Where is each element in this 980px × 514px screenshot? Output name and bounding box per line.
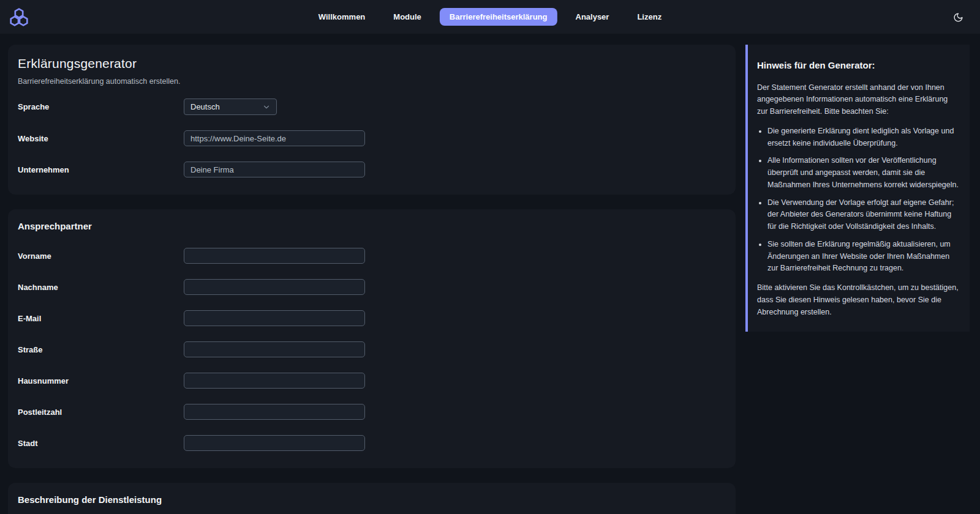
form-row-sprache: SpracheDeutsch (18, 99, 726, 115)
sprache-select[interactable]: Deutsch (184, 99, 277, 115)
form-row-hausnummer: Hausnummer (18, 373, 726, 389)
note-bullet: Die generierte Erklärung dient lediglich… (767, 125, 959, 150)
generator-card: Erklärungsgenerator Barrierefreiheitserk… (8, 45, 736, 195)
field-label-email: E-Mail (18, 314, 184, 323)
form-row-nachname: Nachname (18, 279, 726, 295)
field-label-stadt: Stadt (18, 439, 184, 448)
nav-item-analyser[interactable]: Analyser (565, 8, 619, 26)
field-label-strasse: Straße (18, 345, 184, 354)
form-row-strasse: Straße (18, 341, 726, 357)
unternehmen-input[interactable] (184, 162, 365, 177)
theme-toggle-button[interactable] (949, 9, 967, 26)
note-bullet: Alle Informationen sollten vor der Veröf… (767, 155, 959, 191)
note-panel: Hinweis für den Generator: Der Statement… (745, 45, 970, 332)
select-value: Deutsch (190, 102, 220, 111)
app-logo[interactable] (7, 5, 31, 29)
field-label-sprache: Sprache (18, 102, 184, 111)
note-bullet: Sie sollten die Erklärung regelmäßig akt… (767, 239, 959, 275)
service-card: Beschreibung der Dienstleistung Die Besc… (8, 483, 736, 514)
form-row-vorname: Vorname (18, 248, 726, 264)
hexagons-logo-icon (7, 5, 31, 29)
stadt-input[interactable] (184, 435, 365, 451)
generator-form: SpracheDeutschWebsiteUnternehmen (18, 99, 726, 177)
note-bullet: Die Verwendung der Vorlage erfolgt auf e… (767, 197, 959, 233)
note-footer: Bitte aktivieren Sie das Kontrollkästche… (757, 282, 959, 318)
service-section-title: Beschreibung der Dienstleistung (18, 494, 726, 505)
form-row-email: E-Mail (18, 310, 726, 326)
main-column: Erklärungsgenerator Barrierefreiheitserk… (8, 45, 736, 514)
form-row-postleitzahl: Postleitzahl (18, 404, 726, 420)
form-row-website: Website (18, 130, 726, 146)
note-title: Hinweis für den Generator: (757, 58, 959, 73)
field-label-nachname: Nachname (18, 283, 184, 292)
vorname-input[interactable] (184, 248, 365, 264)
chevron-down-icon (262, 103, 271, 111)
field-label-hausnummer: Hausnummer (18, 376, 184, 386)
page-subtitle: Barrierefreiheitserklärung automatisch e… (18, 77, 726, 86)
top-nav: WillkommenModuleBarrierefreiheitserkläru… (0, 0, 980, 34)
field-label-postleitzahl: Postleitzahl (18, 408, 184, 417)
field-label-vorname: Vorname (18, 251, 184, 261)
field-label-unternehmen: Unternehmen (18, 165, 184, 174)
contact-card: Ansprechpartner VornameNachnameE-MailStr… (8, 209, 736, 468)
website-input[interactable] (184, 130, 365, 146)
field-label-website: Website (18, 134, 184, 143)
note-bullet-list: Die generierte Erklärung dient lediglich… (757, 125, 959, 275)
page-title: Erklärungsgenerator (18, 56, 726, 71)
nav-item-barrierefreiheitserklaerung[interactable]: Barrierefreiheitserklärung (440, 8, 557, 26)
postleitzahl-input[interactable] (184, 404, 365, 420)
form-row-unternehmen: Unternehmen (18, 162, 726, 177)
page-content: Erklärungsgenerator Barrierefreiheitserk… (0, 34, 980, 514)
nav-item-willkommen[interactable]: Willkommen (309, 8, 375, 26)
nav-links: WillkommenModuleBarrierefreiheitserkläru… (309, 8, 671, 26)
hausnummer-input[interactable] (184, 373, 365, 389)
nachname-input[interactable] (184, 279, 365, 295)
form-row-stadt: Stadt (18, 435, 726, 451)
moon-icon (953, 12, 963, 23)
email-input[interactable] (184, 310, 365, 326)
nav-item-lizenz[interactable]: Lizenz (627, 8, 671, 26)
contact-section-title: Ansprechpartner (18, 221, 726, 231)
note-intro: Der Statement Generator erstellt anhand … (757, 82, 959, 118)
nav-item-module[interactable]: Module (383, 8, 431, 26)
strasse-input[interactable] (184, 341, 365, 357)
contact-form: VornameNachnameE-MailStraßeHausnummerPos… (18, 248, 726, 451)
